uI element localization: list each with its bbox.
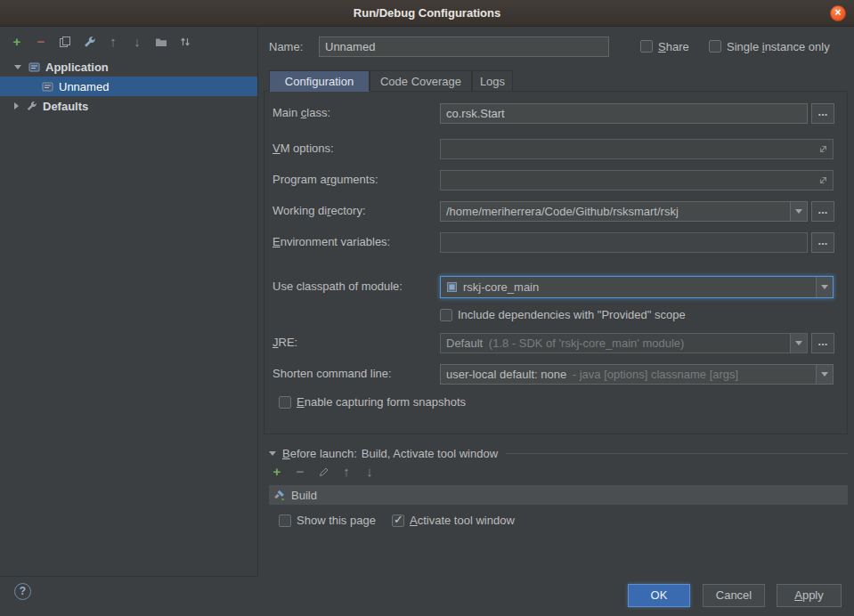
main-class-label: Main class: — [272, 103, 330, 123]
dropdown-arrow-icon[interactable] — [816, 277, 833, 297]
tree-node-application[interactable]: Application — [0, 57, 257, 77]
window-title: Run/Debug Configurations — [354, 6, 500, 20]
jre-value: Default — [446, 336, 483, 350]
share-checkbox[interactable] — [640, 40, 653, 53]
before-launch-task-list[interactable]: Build — [269, 485, 848, 505]
application-icon — [42, 81, 53, 93]
jre-hint: (1.8 - SDK of 'rskj-core_main' module) — [489, 336, 685, 350]
before-launch-summary: Build, Activate tool window — [362, 447, 498, 460]
tree-node-unnamed[interactable]: Unnamed — [0, 77, 257, 96]
move-down-icon[interactable]: ↓ — [130, 35, 144, 49]
jre-combobox[interactable]: Default (1.8 - SDK of 'rskj-core_main' m… — [440, 333, 808, 353]
window-titlebar: Run/Debug Configurations × — [0, 0, 854, 27]
capture-snapshots-checkbox[interactable] — [279, 396, 291, 409]
build-icon — [273, 489, 286, 501]
vm-options-input[interactable] — [440, 139, 834, 159]
include-dependencies-label: Include dependencies with "Provided" sco… — [458, 305, 686, 325]
tab-logs[interactable]: Logs — [472, 70, 513, 92]
move-down-icon[interactable]: ↓ — [362, 465, 377, 479]
environment-variables-label: Environment variables: — [272, 232, 390, 252]
tree-node-label: Application — [45, 61, 109, 74]
shorten-command-line-combobox[interactable]: user-local default: none - java [options… — [440, 364, 834, 385]
working-directory-combobox[interactable]: /home/meriherrera/Code/Github/rsksmart/r… — [440, 201, 808, 222]
module-icon — [446, 281, 458, 293]
application-icon — [28, 61, 40, 73]
configurations-tree: Application Unnamed Defaults — [0, 57, 257, 116]
name-input[interactable] — [319, 36, 609, 57]
close-button[interactable]: × — [830, 5, 846, 21]
shorten-hint: - java [options] classname [args] — [573, 368, 738, 381]
single-instance-checkbox[interactable] — [709, 40, 721, 53]
environment-variables-input[interactable] — [440, 232, 808, 253]
cancel-button[interactable]: Cancel — [703, 584, 765, 607]
new-folder-icon[interactable] — [154, 35, 168, 49]
working-directory-label: Working directory: — [272, 201, 366, 221]
activate-tool-window-checkbox[interactable] — [392, 515, 404, 527]
collapse-chevron-icon[interactable] — [269, 451, 276, 456]
sort-configurations-icon[interactable] — [178, 35, 192, 49]
before-launch-label: Before launch: — [282, 447, 357, 460]
remove-icon[interactable]: − — [293, 465, 307, 479]
shorten-command-line-label: Shorten command line: — [272, 364, 392, 384]
build-task-label: Build — [291, 489, 317, 502]
tree-node-label: Defaults — [43, 100, 88, 113]
show-this-page-checkbox[interactable] — [279, 515, 291, 527]
shorten-value-text: user-local default: none - java [options… — [441, 368, 816, 381]
collapse-chevron-icon[interactable] — [14, 65, 21, 69]
ok-button[interactable]: OK — [628, 584, 690, 607]
show-this-page-label: Show this page — [297, 511, 376, 531]
move-up-icon[interactable]: ↑ — [339, 465, 354, 479]
shorten-value: user-local default: none — [446, 368, 566, 381]
defaults-wrench-icon — [26, 101, 37, 112]
expand-field-icon[interactable] — [817, 174, 829, 186]
capture-snapshots-label: Enable capturing form snapshots — [297, 393, 466, 412]
expand-field-icon[interactable] — [817, 143, 829, 155]
share-label: Share — [658, 37, 689, 57]
expand-chevron-icon[interactable] — [14, 102, 19, 109]
configurations-sidebar: + − ↑ ↓ Application Unnamed — [0, 27, 258, 577]
main-class-browse-button[interactable]: ... — [811, 103, 834, 124]
single-instance-label: Single instance only — [727, 37, 830, 57]
tree-node-defaults[interactable]: Defaults — [0, 96, 257, 116]
move-up-icon[interactable]: ↑ — [106, 35, 120, 49]
classpath-module-value: rskj-core_main — [458, 280, 816, 294]
tab-configuration[interactable]: Configuration — [269, 70, 370, 92]
jre-label: JRE: — [272, 333, 297, 353]
edit-defaults-wrench-icon[interactable] — [82, 35, 96, 49]
tab-code-coverage[interactable]: Code Coverage — [370, 70, 472, 92]
add-icon[interactable]: + — [270, 465, 284, 479]
jre-value-text: Default (1.8 - SDK of 'rskj-core_main' m… — [441, 336, 790, 350]
name-label: Name: — [269, 37, 303, 57]
add-icon[interactable]: + — [10, 35, 24, 49]
main-class-input[interactable] — [440, 103, 808, 124]
environment-variables-browse-button[interactable]: ... — [811, 232, 834, 253]
tree-node-label: Unnamed — [59, 80, 109, 93]
classpath-module-combobox[interactable]: rskj-core_main — [440, 276, 834, 298]
dropdown-arrow-icon[interactable] — [816, 365, 833, 384]
apply-button[interactable]: Apply — [777, 584, 842, 607]
help-button[interactable]: ? — [14, 583, 31, 600]
before-launch-toolbar: + − ↑ ↓ — [270, 465, 377, 479]
program-arguments-label: Program arguments: — [272, 170, 378, 190]
separator-line — [506, 453, 848, 454]
working-directory-browse-button[interactable]: ... — [811, 201, 834, 222]
vm-options-label: VM options: — [272, 139, 334, 158]
activate-tool-window-label: Activate tool window — [410, 511, 515, 531]
sidebar-toolbar: + − ↑ ↓ — [10, 35, 192, 49]
remove-icon[interactable]: − — [34, 35, 48, 49]
copy-icon[interactable] — [58, 35, 72, 49]
jre-browse-button[interactable]: ... — [811, 333, 834, 353]
dropdown-arrow-icon[interactable] — [790, 334, 807, 353]
include-dependencies-checkbox[interactable] — [440, 309, 452, 321]
working-directory-value: /home/meriherrera/Code/Github/rsksmart/r… — [441, 205, 790, 218]
dropdown-arrow-icon[interactable] — [790, 202, 807, 221]
edit-pencil-icon[interactable] — [316, 465, 330, 479]
program-arguments-input[interactable] — [440, 170, 834, 190]
before-launch-section-header[interactable]: Before launch: Build, Activate tool wind… — [269, 444, 848, 462]
classpath-module-label: Use classpath of module: — [272, 277, 403, 296]
